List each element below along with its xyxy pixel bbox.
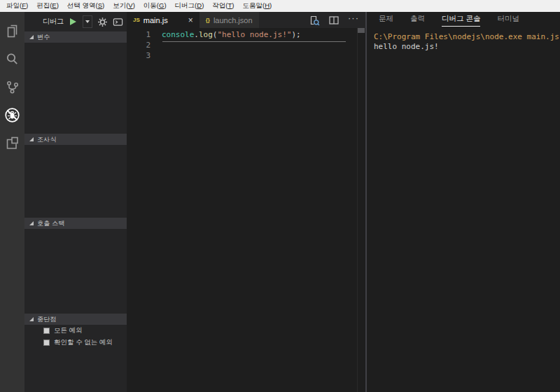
- line-number: 1: [127, 29, 150, 40]
- code-content: console.log("hello node.js!");: [162, 29, 365, 392]
- menu-item-f[interactable]: 파일(F): [2, 1, 32, 10]
- editor-gutter[interactable]: 123: [127, 29, 162, 392]
- tab-label: launch.json: [214, 16, 253, 24]
- editor-tabbar: JSmain.js×{}launch.json···: [127, 12, 365, 28]
- console-line: hello node.js!: [374, 42, 560, 52]
- twistie-expanded-icon: [29, 221, 34, 225]
- menu-item-g[interactable]: 이동(G): [139, 1, 171, 10]
- play-icon: [70, 18, 76, 25]
- section-body: [24, 229, 127, 314]
- activity-item-source-control[interactable]: [0, 73, 24, 101]
- twistie-expanded-icon: [29, 137, 34, 141]
- sidebar-sections: 변수조사식호출 스택중단점모든 예외확인할 수 없는 예외: [24, 31, 127, 392]
- section-label: 호출 스택: [37, 219, 65, 228]
- twistie-expanded-icon: [29, 317, 34, 321]
- section-label: 중단점: [37, 315, 57, 324]
- code-token: );: [291, 30, 300, 39]
- workbench: 디버그 변수조: [0, 12, 560, 392]
- activity-item-search[interactable]: [0, 45, 24, 73]
- editor-group: JSmain.js×{}launch.json··· 123 console.l…: [127, 12, 365, 392]
- code-token: log: [199, 30, 213, 39]
- activity-item-extensions[interactable]: [0, 129, 24, 157]
- console-line: C:\Program Files\nodejs\node.exe main.js: [374, 32, 560, 42]
- start-debug-button[interactable]: [70, 15, 76, 28]
- sidebar-title: 디버그: [43, 17, 64, 27]
- checkbox-unchecked[interactable]: [43, 340, 50, 346]
- tab-launch.json[interactable]: {}launch.json: [200, 12, 259, 28]
- activity-bar: [0, 12, 24, 392]
- code-line: console.log("hello node.js!");: [162, 29, 365, 40]
- menu-item-h[interactable]: 도움말(H): [238, 1, 276, 10]
- debug-sidebar: 디버그 변수조: [24, 12, 127, 392]
- bottom-panel: 문제출력디버그 콘솔터미널 C:\Program Files\nodejs\no…: [367, 12, 560, 392]
- twistie-expanded-icon: [29, 35, 34, 39]
- current-line-border: [162, 41, 346, 42]
- section-body: [24, 43, 127, 134]
- js-file-icon: JS: [133, 17, 140, 23]
- breakpoint-label: 모든 예외: [54, 326, 83, 335]
- activity-item-debug[interactable]: [0, 101, 24, 129]
- menu-item-t[interactable]: 작업(T): [208, 1, 238, 10]
- breakpoint-row: 모든 예외: [24, 325, 127, 337]
- open-debug-console-button[interactable]: [113, 15, 123, 28]
- panel-tab-터미널[interactable]: 터미널: [497, 14, 519, 27]
- source-control-icon: [4, 79, 20, 95]
- split-editor-icon: [328, 15, 340, 26]
- section-0: 변수: [24, 31, 127, 134]
- panel-tab-디버그 콘솔[interactable]: 디버그 콘솔: [442, 14, 480, 27]
- code-editor[interactable]: 123 console.log("hello node.js!");: [127, 28, 365, 392]
- editor-scrollbar[interactable]: [357, 28, 365, 392]
- section-label: 변수: [37, 33, 50, 42]
- panel-tabbar: 문제출력디버그 콘솔터미널: [367, 12, 560, 29]
- section-header[interactable]: 변수: [24, 31, 127, 43]
- debug-console-output: C:\Program Files\nodejs\node.exe main.js…: [367, 29, 560, 52]
- line-number: 3: [127, 50, 150, 61]
- panel-tab-출력[interactable]: 출력: [410, 14, 425, 27]
- debug-console-icon: [113, 17, 123, 27]
- line-number: 2: [127, 40, 150, 50]
- split-editor-button[interactable]: [328, 14, 340, 27]
- extensions-icon: [4, 135, 20, 151]
- checkbox-unchecked[interactable]: [43, 328, 50, 334]
- more-actions-button[interactable]: ···: [348, 18, 359, 22]
- menubar: 파일(F)편집(E)선택 영역(S)보기(V)이동(G)디버그(D)작업(T)도…: [0, 0, 560, 12]
- breakpoint-label: 확인할 수 없는 예외: [54, 338, 113, 347]
- chevron-down-icon: [85, 20, 90, 23]
- tab-main.js[interactable]: JSmain.js×: [127, 12, 200, 28]
- tab-label: main.js: [144, 16, 168, 24]
- debug-toolbar: 디버그: [24, 12, 127, 31]
- configure-gear-button[interactable]: [97, 15, 108, 28]
- section-2: 호출 스택: [24, 218, 127, 314]
- section-header[interactable]: 조사식: [24, 134, 127, 145]
- menu-item-e[interactable]: 편집(E): [32, 1, 63, 10]
- close-icon[interactable]: ×: [188, 16, 193, 24]
- debug-config-dropdown[interactable]: [83, 15, 92, 28]
- gear-icon: [97, 17, 108, 27]
- menu-item-d[interactable]: 디버그(D): [171, 1, 209, 10]
- code-token: console: [162, 30, 194, 39]
- editor-actions: ···: [309, 12, 365, 28]
- menu-item-v[interactable]: 보기(V): [108, 1, 139, 10]
- section-3: 중단점모든 예외확인할 수 없는 예외: [24, 314, 127, 392]
- section-1: 조사식: [24, 134, 127, 218]
- section-label: 조사식: [37, 135, 57, 144]
- section-body: 모든 예외확인할 수 없는 예외: [24, 325, 127, 392]
- section-header[interactable]: 호출 스택: [24, 218, 127, 229]
- debug-icon: [4, 107, 20, 123]
- open-preview-icon: [309, 15, 320, 26]
- panel-tab-문제[interactable]: 문제: [379, 14, 393, 27]
- search-icon: [4, 51, 20, 67]
- open-preview-button[interactable]: [309, 14, 320, 27]
- section-body: [24, 145, 127, 218]
- menu-item-s[interactable]: 선택 영역(S): [63, 1, 108, 10]
- json-file-icon: {}: [206, 17, 210, 23]
- code-token: "hello node.js!": [217, 30, 291, 39]
- activity-item-explorer[interactable]: [0, 17, 24, 45]
- code-token: .: [194, 30, 199, 39]
- explorer-icon: [4, 23, 20, 39]
- vscode-window: 파일(F)편집(E)선택 영역(S)보기(V)이동(G)디버그(D)작업(T)도…: [0, 0, 560, 392]
- breakpoint-row: 확인할 수 없는 예외: [24, 337, 127, 349]
- section-header[interactable]: 중단점: [24, 314, 127, 325]
- editor-scrollbar-thumb[interactable]: [358, 28, 365, 33]
